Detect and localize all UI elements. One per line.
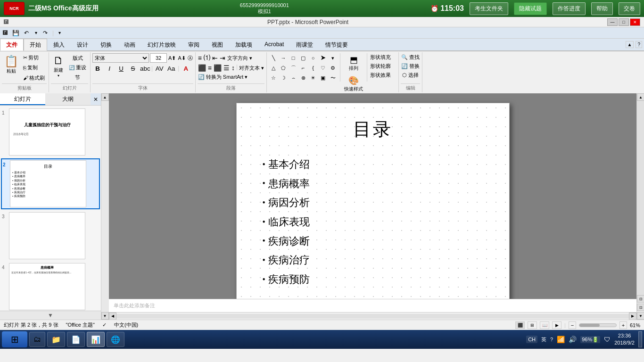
align-center-btn[interactable]: ≡ xyxy=(207,64,212,72)
taskbar-app-ie[interactable]: 📄 xyxy=(67,332,85,347)
decrease-indent-btn[interactable]: ⇤ xyxy=(212,53,218,63)
zoom-out-btn[interactable]: − xyxy=(569,321,576,329)
tab-slideshow[interactable]: 幻灯片放映 xyxy=(141,39,182,50)
slide-sorter-btn[interactable]: ⊞ xyxy=(528,321,537,329)
shape-oval-btn[interactable]: ○ xyxy=(308,53,318,63)
tab-storyboard[interactable]: 情节提要 xyxy=(319,39,354,50)
shape-heart-btn[interactable]: ♡ xyxy=(318,63,328,73)
shape-outline-btn[interactable]: 形状轮廓 xyxy=(370,62,391,70)
cut-btn[interactable]: ✂ 剪切 xyxy=(21,53,47,62)
layout-btn[interactable]: 版式 xyxy=(67,54,88,63)
new-slide-btn[interactable]: 🗋 新建 ▾ xyxy=(51,53,66,82)
minimize-button[interactable]: — xyxy=(607,18,618,26)
copy-btn[interactable]: ⎘ 复制 xyxy=(21,63,47,72)
select-btn[interactable]: ⬡ 选择 xyxy=(401,71,420,79)
shape-brace-btn[interactable]: { xyxy=(308,63,318,73)
paste-btn[interactable]: 📋 粘贴 xyxy=(2,53,21,82)
h-scroll-right-btn[interactable]: ▶ xyxy=(629,313,636,320)
shape-bend-btn[interactable]: ⌐ xyxy=(298,63,308,73)
ribbon-help-btn[interactable]: ? xyxy=(636,41,642,48)
shadow-btn[interactable]: abc xyxy=(140,64,150,73)
volume-icon[interactable]: 🔊 xyxy=(569,336,577,343)
tab-file[interactable]: 文件 xyxy=(0,39,24,51)
tab-slides[interactable]: 幻灯片 xyxy=(0,93,45,105)
reading-view-btn[interactable]: 📖 xyxy=(540,321,549,329)
slide-thumb-1[interactable]: 1 儿童孤独症的干预与治疗 2016年2月 xyxy=(1,107,100,156)
ribbon-collapse-btn[interactable]: ▲ xyxy=(626,41,634,48)
zoom-slider[interactable] xyxy=(579,323,617,327)
h-scroll-left-btn[interactable]: ◀ xyxy=(109,313,116,320)
right-scroll-down-btn[interactable]: ▼ xyxy=(637,312,644,320)
underline-btn[interactable]: U xyxy=(116,64,126,73)
font-family-select[interactable]: 宋体 xyxy=(92,53,149,63)
shape-rounded-rect-btn[interactable]: ▢ xyxy=(298,53,308,63)
bullets-btn[interactable]: ≡ xyxy=(198,53,202,63)
slide-thumb-3[interactable]: 3 xyxy=(1,211,100,260)
tab-transition[interactable]: 切换 xyxy=(94,39,118,50)
files-button[interactable]: 考生文件夹 xyxy=(470,2,508,15)
ime-mode[interactable]: 英 xyxy=(541,336,546,343)
convert-smartart-btn[interactable]: 🔄 转换为 SmartArt ▾ xyxy=(198,73,248,81)
close-button[interactable]: ✕ xyxy=(630,18,640,26)
justify-btn[interactable]: ☰ xyxy=(223,64,230,72)
section-btn[interactable]: 节 xyxy=(67,73,88,82)
shape-para-btn[interactable]: ⬠ xyxy=(279,63,288,73)
shape-more-btn[interactable]: ▾ xyxy=(328,53,338,63)
tab-design[interactable]: 设计 xyxy=(71,39,94,50)
clear-format-btn[interactable]: Ⓐ xyxy=(187,54,193,62)
replace-btn[interactable]: 🔄 替换 xyxy=(401,62,420,70)
panel-close-btn[interactable]: ✕ xyxy=(91,93,101,105)
undo-arrow-btn[interactable]: ▾ xyxy=(33,29,39,37)
shape-tri-btn[interactable]: △ xyxy=(269,63,278,73)
font-size-input[interactable] xyxy=(150,53,167,63)
ime-lang[interactable]: CH xyxy=(526,336,537,343)
undo-btn[interactable]: ↶ xyxy=(22,29,31,37)
zoom-in-btn[interactable]: + xyxy=(619,321,627,329)
shape-arrow-btn[interactable]: → xyxy=(279,53,288,63)
slide-thumb-4[interactable]: 4 患病概率 近近年来患者1~4万，估算有孤独症谱系障碍的比例较高... xyxy=(1,262,100,311)
right-scroll-pg-up-btn[interactable]: ⊡ xyxy=(637,295,644,303)
align-text-btn[interactable]: 对齐文本 ▾ xyxy=(239,64,264,72)
battery-icon[interactable]: 96%🔋 xyxy=(580,336,600,343)
tab-insert[interactable]: 插入 xyxy=(47,39,71,50)
shape-star-btn[interactable]: ☆ xyxy=(269,73,278,82)
font-grow-btn[interactable]: A⬆ xyxy=(168,55,176,62)
clock-display[interactable]: 23:36 2018/9/2 xyxy=(614,332,635,347)
shape-extra-btn[interactable]: ⚙ xyxy=(328,63,338,73)
save-quick-btn[interactable]: 💾 xyxy=(11,29,20,37)
font-color-btn[interactable]: A xyxy=(181,64,191,73)
redo-btn[interactable]: ↷ xyxy=(41,29,50,37)
maximize-button[interactable]: □ xyxy=(619,18,629,26)
start-button[interactable]: ⊞ xyxy=(2,331,27,347)
tab-outline[interactable]: 大纲 xyxy=(45,93,91,105)
normal-view-btn[interactable]: ⬛ xyxy=(515,321,525,329)
format-painter-btn[interactable]: 🖌 格式刷 xyxy=(21,74,47,82)
progress-button[interactable]: 作答进度 xyxy=(553,2,586,15)
taskbar-app-browser[interactable]: 🌐 xyxy=(107,332,124,347)
arrange-btn[interactable]: ⬒ 排列 xyxy=(343,53,364,73)
shape-wave-btn[interactable]: 〜 xyxy=(328,73,338,82)
tab-yuketang[interactable]: 雨课堂 xyxy=(290,39,319,50)
taskbar-app-explorer[interactable]: 🗂 xyxy=(29,332,45,347)
italic-btn[interactable]: I xyxy=(104,64,115,73)
shape-curve-btn[interactable]: ⌒ xyxy=(289,63,298,73)
tab-home[interactable]: 开始 xyxy=(24,39,47,51)
slide-content[interactable]: • 基本介绍 • 患病概率 • 病因分析 • 临床表现 xyxy=(263,155,310,289)
slideshow-btn[interactable]: ▶ xyxy=(552,321,561,329)
customize-btn[interactable]: ▾ xyxy=(56,29,63,37)
shape-rtarrow-btn[interactable]: ⮞ xyxy=(318,53,328,63)
notes-area[interactable]: 单击此处添加备注 xyxy=(109,299,636,312)
slide-canvas[interactable]: 目录 • 基本介绍 • 患病概率 • 病因分析 xyxy=(236,103,510,299)
tab-acrobat[interactable]: Acrobat xyxy=(258,39,290,50)
scroll-down-btn[interactable]: ▼ xyxy=(101,312,109,320)
shape-sun-btn[interactable]: ☀ xyxy=(308,73,318,82)
editor-scroll-area[interactable]: 目录 • 基本介绍 • 患病概率 • 病因分析 xyxy=(109,93,636,299)
right-scroll-up-btn[interactable]: ▲ xyxy=(637,93,644,101)
show-desktop-btn[interactable] xyxy=(638,331,642,347)
shape-line-btn[interactable]: ╲ xyxy=(269,53,278,63)
align-right-btn[interactable]: ⬛ xyxy=(213,64,222,72)
scroll-up-btn[interactable]: ▲ xyxy=(101,93,109,101)
shape-custom-btn[interactable]: ⊗ xyxy=(298,73,308,82)
tab-addins[interactable]: 加载项 xyxy=(229,39,258,50)
shape-moon-btn[interactable]: ☽ xyxy=(279,73,288,82)
